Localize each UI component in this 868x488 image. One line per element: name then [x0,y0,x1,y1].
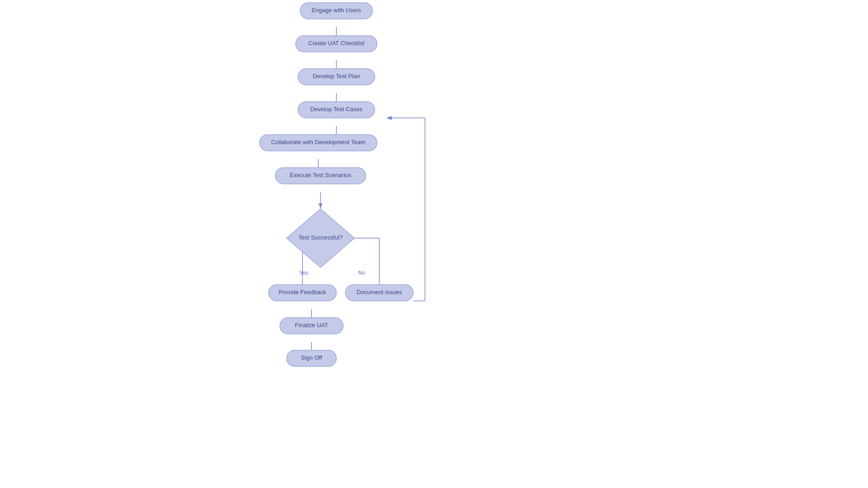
node-testplan-label: Develop Test Plan [313,73,360,80]
node-engage-label: Engage with Users [311,7,361,14]
flowchart-container: Yes No Engage with Users Create UAT Chec… [0,0,868,488]
node-collaborate-label: Collaborate with Development Team [271,139,366,145]
node-feedback-label: Provide Feedback [279,289,326,296]
node-finalize-label: Finalize UAT [295,322,328,328]
node-decision-label: Test Successful? [298,234,343,241]
node-testcases-label: Develop Test Cases [310,106,363,113]
node-checklist-label: Create UAT Checklist [308,40,364,47]
label-yes: Yes [299,270,308,276]
node-signoff-label: Sign Off [301,354,322,361]
node-execute-label: Execute Test Scenarios [290,172,351,178]
node-issues-label: Document Issues [357,289,402,296]
label-no: No [358,270,365,276]
